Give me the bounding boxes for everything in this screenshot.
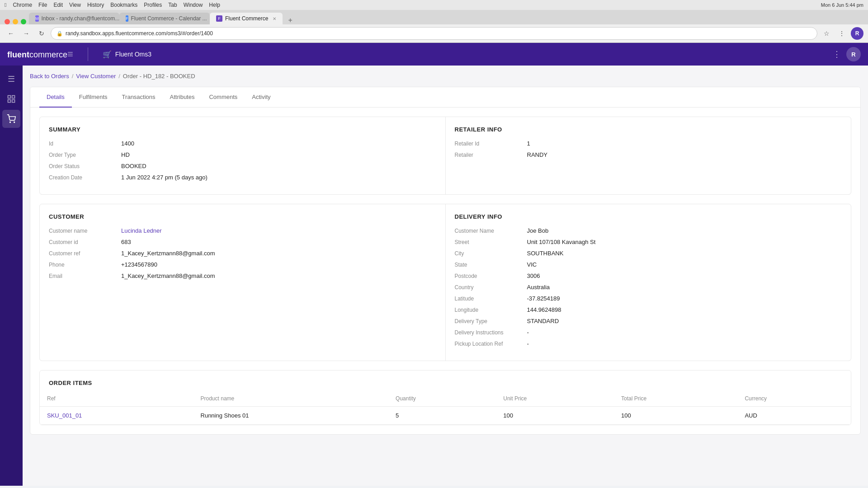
customer-name-link[interactable]: Lucinda Ledner bbox=[121, 227, 162, 234]
retailer-info-section: RETAILER INFO Retailer Id 1 Retailer RAN… bbox=[446, 117, 851, 194]
bookmark-icon[interactable]: ☆ bbox=[820, 27, 833, 40]
row-total-price: 100 bbox=[614, 407, 737, 425]
field-value-state: VIC bbox=[527, 261, 537, 268]
settings-icon[interactable]: ⋮ bbox=[835, 27, 848, 40]
window-menu[interactable]: Window bbox=[184, 2, 203, 8]
breadcrumb-sep-1: / bbox=[72, 73, 74, 80]
field-label-order-status: Order Status bbox=[49, 163, 121, 169]
url-bar[interactable]: 🔒 randy.sandbox.apps.fluentcommerce.com/… bbox=[51, 27, 817, 40]
field-value-country: Australia bbox=[527, 284, 550, 291]
view-menu[interactable]: View bbox=[69, 2, 81, 8]
tab-activity[interactable]: Activity bbox=[245, 87, 278, 108]
svg-rect-2 bbox=[12, 100, 15, 103]
breadcrumb-sep-2: / bbox=[118, 73, 120, 80]
tab-details[interactable]: Details bbox=[39, 87, 72, 108]
field-label-city: City bbox=[455, 250, 527, 257]
content-area: Back to Orders / View Customer / Order -… bbox=[23, 66, 868, 486]
back-button[interactable]: ← bbox=[5, 27, 17, 40]
field-label-delivery-customer-name: Customer Name bbox=[455, 228, 527, 234]
forward-button[interactable]: → bbox=[20, 27, 33, 40]
tab-attributes[interactable]: Attributes bbox=[163, 87, 202, 108]
history-menu[interactable]: History bbox=[87, 2, 104, 8]
field-label-retailer-id: Retailer Id bbox=[455, 141, 527, 147]
field-label-id: Id bbox=[49, 141, 121, 147]
field-value-customer-id: 683 bbox=[121, 239, 131, 245]
refresh-button[interactable]: ↻ bbox=[35, 27, 48, 40]
chrome-menu[interactable]: Chrome bbox=[13, 2, 32, 8]
field-retailer-id: Retailer Id 1 bbox=[455, 140, 842, 147]
user-avatar[interactable]: R bbox=[846, 47, 861, 61]
field-customer-ref: Customer ref 1_Kacey_Kertzmann88@gmail.c… bbox=[49, 250, 436, 257]
retailer-info-title: RETAILER INFO bbox=[455, 126, 842, 133]
field-value-id: 1400 bbox=[121, 140, 134, 147]
field-label-retailer: Retailer bbox=[455, 152, 527, 158]
main-layout: ☰ Back to Orders / View Customer bbox=[0, 66, 868, 486]
delivery-info-title: DELIVERY INFO bbox=[455, 213, 842, 220]
tab-oms-close[interactable]: ✕ bbox=[273, 16, 276, 21]
row-quantity: 5 bbox=[388, 407, 496, 425]
order-tabs: Details Fulfilments Transactions Attribu… bbox=[30, 87, 860, 108]
browser-nav: ← → ↻ 🔒 randy.sandbox.apps.fluentcommerc… bbox=[0, 24, 868, 42]
bottom-row: CUSTOMER Customer name Lucinda Ledner Cu… bbox=[39, 204, 851, 361]
profiles-menu[interactable]: Profiles bbox=[144, 2, 162, 8]
tab-oms[interactable]: F Fluent Commerce ✕ bbox=[210, 13, 283, 24]
close-traffic-light[interactable] bbox=[5, 19, 10, 24]
tab-fulfilments[interactable]: Fulfilments bbox=[72, 87, 115, 108]
row-currency: AUD bbox=[737, 407, 851, 425]
svg-point-4 bbox=[10, 122, 11, 123]
customer-title: CUSTOMER bbox=[49, 213, 436, 220]
top-row: SUMMARY Id 1400 Order Type HD Order Stat… bbox=[39, 117, 851, 195]
row-ref[interactable]: SKU_001_01 bbox=[40, 407, 193, 425]
back-to-orders-link[interactable]: Back to Orders bbox=[30, 73, 69, 80]
field-id: Id 1400 bbox=[49, 140, 436, 147]
ssl-lock-icon: 🔒 bbox=[57, 31, 63, 37]
row-product-name: Running Shoes 01 bbox=[193, 407, 389, 425]
field-value-street: Unit 107/108 Kavanagh St bbox=[527, 239, 596, 245]
tab-comments[interactable]: Comments bbox=[202, 87, 245, 108]
field-value-latitude: -37.8254189 bbox=[527, 295, 560, 302]
svg-point-5 bbox=[14, 122, 15, 123]
table-header: Ref Product name Quantity Unit Price Tot… bbox=[40, 391, 851, 407]
table-row: SKU_001_01 Running Shoes 01 5 100 100 AU… bbox=[40, 407, 851, 425]
field-label-postcode: Postcode bbox=[455, 273, 527, 279]
sidebar-item-analytics[interactable] bbox=[2, 90, 20, 108]
tab-gmail-label: Inbox - randy.chan@fluentcom... bbox=[42, 15, 120, 22]
app-header: fluentcommerce≡ 🛒 Fluent Oms3 ⋮ R bbox=[0, 43, 868, 66]
field-email: Email 1_Kacey_Kertzmann88@gmail.com bbox=[49, 272, 436, 279]
field-label-order-type: Order Type bbox=[49, 152, 121, 158]
table-header-row: Ref Product name Quantity Unit Price Tot… bbox=[40, 391, 851, 407]
sidebar-item-orders[interactable] bbox=[2, 110, 20, 128]
tab-menu[interactable]: Tab bbox=[168, 2, 177, 8]
field-phone: Phone +1234567890 bbox=[49, 261, 436, 268]
minimize-traffic-light[interactable] bbox=[13, 19, 18, 24]
breadcrumb: Back to Orders / View Customer / Order -… bbox=[30, 73, 861, 80]
summary-title: SUMMARY bbox=[49, 126, 436, 133]
field-delivery-instructions: Delivery Instructions - bbox=[455, 329, 842, 336]
tab-calendar[interactable]: F Fluent Commerce - Calendar ... ✕ bbox=[119, 13, 210, 24]
svg-rect-3 bbox=[8, 100, 11, 103]
oms-favicon: F bbox=[216, 15, 222, 22]
field-longitude: Longitude 144.9624898 bbox=[455, 306, 842, 313]
help-menu[interactable]: Help bbox=[209, 2, 220, 8]
tab-gmail[interactable]: M Inbox - randy.chan@fluentcom... ✕ bbox=[29, 13, 119, 24]
app-header-left: fluentcommerce≡ 🛒 Fluent Oms3 bbox=[7, 47, 151, 61]
view-customer-link[interactable]: View Customer bbox=[76, 73, 116, 80]
field-value-pickup-location-ref: - bbox=[527, 340, 529, 347]
edit-menu[interactable]: Edit bbox=[53, 2, 63, 8]
browser-right-icons: ☆ ⋮ R bbox=[820, 27, 863, 40]
more-options-icon[interactable]: ⋮ bbox=[833, 49, 841, 59]
row-unit-price: 100 bbox=[496, 407, 614, 425]
apple-menu[interactable]:  bbox=[5, 2, 6, 8]
bookmarks-menu[interactable]: Bookmarks bbox=[110, 2, 137, 8]
tab-transactions[interactable]: Transactions bbox=[115, 87, 163, 108]
field-value-postcode: 3006 bbox=[527, 272, 540, 279]
col-ref: Ref bbox=[40, 391, 193, 407]
file-menu[interactable]: File bbox=[38, 2, 47, 8]
field-label-pickup-location-ref: Pickup Location Ref bbox=[455, 341, 527, 347]
sidebar-item-menu[interactable]: ☰ bbox=[2, 70, 20, 88]
maximize-traffic-light[interactable] bbox=[21, 19, 26, 24]
sidebar: ☰ bbox=[0, 66, 23, 486]
browser-profile-avatar[interactable]: R bbox=[851, 27, 863, 40]
field-latitude: Latitude -37.8254189 bbox=[455, 295, 842, 302]
new-tab-button[interactable]: + bbox=[284, 16, 296, 24]
